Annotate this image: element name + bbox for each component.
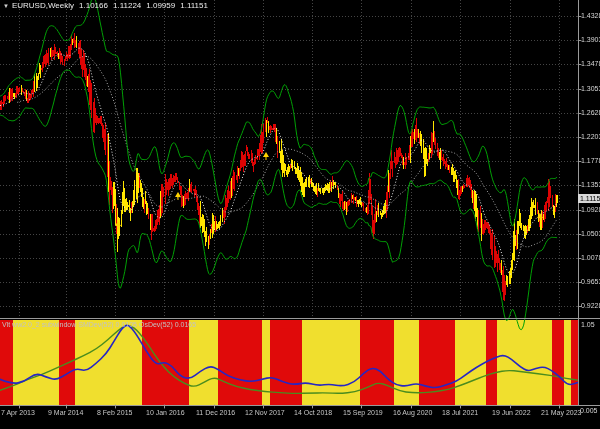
date-tick-label: 14 Oct 2018 [294,409,332,416]
date-tick-label: 11 Dec 2016 [196,409,235,416]
price-tick-label: 1.00785 [581,254,600,262]
indicator-label: Vlt ww2.0_2 subwindow SMDev(52) 0.0105 O… [2,321,196,328]
price-tick-label: 1.30535 [581,85,600,93]
low-value: 1.09959 [146,1,175,10]
price-tick-label: 1.39035 [581,36,600,44]
price-tick-label: 1.34785 [581,60,600,68]
date-tick-label: 15 Sep 2019 [343,409,383,416]
price-tick-label: 1.22035 [581,133,600,141]
date-tick-label: 16 Aug 2020 [393,409,432,416]
price-tick-label: 0.92285 [581,302,600,310]
subwindow-axis-top-label: 1.05 [581,321,595,328]
subwindow-axis-bottom-label: 0.005 [580,407,598,414]
date-tick-label: 9 Mar 2014 [48,409,83,416]
price-tick-label: 1.17785 [581,157,600,165]
open-value: 1.10166 [79,1,108,10]
high-value: 1.11224 [113,1,141,10]
symbol-period-label: EURUSD,Weekly [12,1,74,10]
date-tick-label: 7 Apr 2013 [1,409,35,416]
date-tick-label: 8 Feb 2015 [97,409,132,416]
close-value: 1.11151 [180,1,208,10]
date-tick-label: 10 Jan 2016 [146,409,185,416]
price-tick-label: 1.09285 [581,206,600,214]
current-price-tag: 1.11151 [578,194,600,203]
terminal-chart-window: ▼EURUSD,Weekly1.101661.112241.099591.111… [0,0,600,429]
date-tick-label: 21 May 2023 [541,409,581,416]
price-chart-canvas[interactable] [0,0,600,429]
price-tick-label: 1.13535 [581,181,600,189]
price-tick-label: 1.05035 [581,230,600,238]
date-tick-label: 19 Jun 2022 [492,409,531,416]
collapse-arrow-icon[interactable]: ▼ [3,3,9,9]
price-tick-label: 0.96535 [581,278,600,286]
price-tick-label: 1.43285 [581,12,600,20]
date-tick-label: 18 Jul 2021 [442,409,478,416]
chart-title: ▼EURUSD,Weekly1.101661.112241.099591.111… [3,1,208,10]
price-tick-label: 1.26285 [581,109,600,117]
date-tick-label: 12 Nov 2017 [245,409,285,416]
